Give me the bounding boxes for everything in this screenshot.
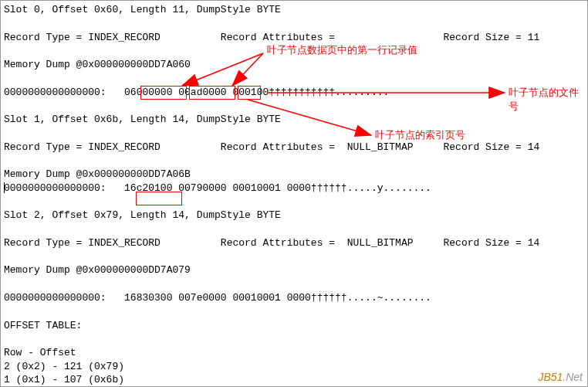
slot0-memdump: Memory Dump @0x000000000DD7A060 bbox=[4, 58, 584, 72]
slot2-memdump: Memory Dump @0x000000000DD7A079 bbox=[4, 263, 584, 277]
blank bbox=[4, 72, 584, 86]
highlight-box-3 bbox=[238, 86, 261, 100]
annotation-file-no: 叶子节点的文件号 bbox=[509, 86, 587, 113]
slot1-recordtype: Record Type = INDEX_RECORD Record Attrib… bbox=[4, 141, 584, 154]
blank bbox=[4, 154, 584, 168]
slot0-recordtype: Record Type = INDEX_RECORD Record Attrib… bbox=[4, 31, 584, 45]
blank bbox=[4, 99, 584, 113]
watermark-net: .Net bbox=[563, 371, 583, 383]
text-cursor bbox=[4, 182, 5, 193]
blank bbox=[4, 222, 584, 236]
offset-rowhdr: Row - Offset bbox=[4, 346, 584, 360]
blank bbox=[4, 195, 584, 209]
offset-row1: 1 (0x1) - 107 (0x6b) bbox=[4, 373, 584, 387]
annotation-index-page: 叶子节点的索引页号 bbox=[375, 128, 465, 142]
slot1-memdump: Memory Dump @0x000000000DD7A06B bbox=[4, 168, 584, 182]
slot2-recordtype: Record Type = INDEX_RECORD Record Attrib… bbox=[4, 236, 584, 250]
blank bbox=[4, 305, 584, 319]
blank bbox=[4, 17, 584, 31]
slot2-header: Slot 2, Offset 0x79, Length 14, DumpStyl… bbox=[4, 209, 584, 222]
slot1-hex: 0000000000000000: 16c20100 00790000 0001… bbox=[4, 182, 584, 195]
slot0-header: Slot 0, Offset 0x60, Length 11, DumpStyl… bbox=[4, 3, 584, 17]
watermark: JB51.Net bbox=[538, 370, 583, 385]
slot0-hex: 0000000000000000: 06000000 00ad0000 0001… bbox=[4, 86, 584, 100]
blank bbox=[4, 250, 584, 263]
highlight-box-4 bbox=[136, 192, 182, 205]
watermark-jb: JB51 bbox=[538, 371, 563, 383]
blank bbox=[4, 127, 584, 141]
slot1-header: Slot 1, Offset 0x6b, Length 14, DumpStyl… bbox=[4, 113, 584, 127]
slot2-hex: 0000000000000000: 16830300 007e0000 0001… bbox=[4, 291, 584, 305]
annotation-first-row: 叶子节点数据页中的第一行记录值 bbox=[267, 43, 417, 57]
blank bbox=[4, 277, 584, 291]
offset-row2: 2 (0x2) - 121 (0x79) bbox=[4, 360, 584, 374]
blank bbox=[4, 332, 584, 346]
highlight-box-1 bbox=[140, 86, 187, 100]
highlight-box-2 bbox=[189, 86, 235, 100]
offset-title: OFFSET TABLE: bbox=[4, 319, 584, 333]
